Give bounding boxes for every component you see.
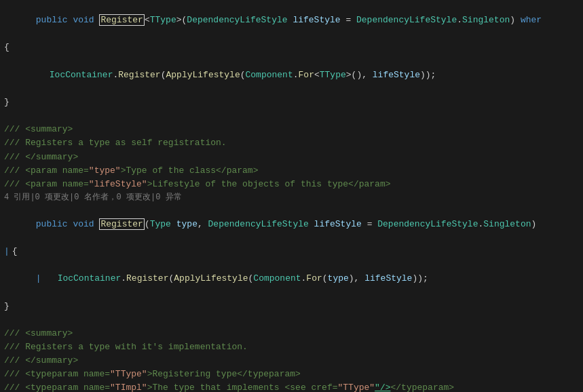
code-line-18: /// </summary>: [0, 354, 583, 368]
code-line-2: {: [0, 41, 583, 54]
code-line-7: /// Registers a type as self registratio…: [0, 136, 583, 150]
code-line-13: |IocContainer.Register(ApplyLifestyle(Co…: [0, 258, 583, 299]
param-type-ref: type: [328, 273, 349, 283]
comment-typeparam-ttype: /// <typeparam name="TType">Registering …: [4, 368, 301, 381]
code-line-6: /// <summary>: [0, 123, 583, 136]
code-line-15: [0, 313, 583, 327]
param-lifestyle-2: lifeStyle: [314, 219, 362, 229]
param-lifestyle-ref-1: lifeStyle: [373, 70, 420, 80]
code-line-16: /// <summary>: [0, 327, 583, 340]
type-component-2: Component: [253, 273, 301, 283]
code-line-1: public void Register<TType>(DependencyLi…: [0, 0, 583, 41]
param-lifestyle-ref-2: lifeStyle: [364, 273, 412, 283]
code-line-20: /// <typeparam name="TImpl">The type tha…: [0, 381, 583, 392]
code-line-11: public void Register(Type type, Dependen…: [0, 204, 583, 245]
comment-typeparam-timpl: /// <typeparam name="TImpl">The type tha…: [4, 381, 454, 392]
type-deplifestyle-1: DependencyLifeStyle: [187, 15, 287, 25]
type-deplifestyle-2: DependencyLifeStyle: [208, 219, 309, 229]
code-line-19: /// <typeparam name="TType">Registering …: [0, 368, 583, 381]
type-ttype-for-1: TType: [320, 70, 346, 80]
register-box-2: Register: [99, 218, 144, 230]
code-line-17: /// Registers a type with it's implement…: [0, 340, 583, 354]
method-for-1: For: [299, 70, 314, 80]
method-applylifestyle-2: ApplyLifestyle: [174, 273, 248, 283]
type-ioccontainer-1: IocContainer: [50, 70, 113, 80]
code-line-10: /// <param name="lifeStyle">Lifestyle of…: [0, 178, 583, 191]
comment-summary-open-1: /// <summary>: [4, 123, 73, 136]
type-singleton-2: Singleton: [483, 219, 531, 229]
method-register-call-1: Register: [118, 70, 160, 80]
method-register-call-2: Register: [126, 273, 168, 283]
method-applylifestyle-1: ApplyLifestyle: [166, 70, 240, 80]
type-deplifestyle-ref-1: DependencyLifeStyle: [356, 15, 457, 25]
code-line-4: }: [0, 96, 583, 109]
comment-summary-close-1: /// </summary>: [4, 151, 78, 164]
code-line-3: IocContainer.Register(ApplyLifestyle(Com…: [0, 55, 583, 96]
type-type: Type: [150, 219, 171, 229]
type-component-1: Component: [246, 70, 293, 80]
comment-summary-text-1: /// Registers a type as self registratio…: [4, 136, 227, 150]
code-line-8: /// </summary>: [0, 151, 583, 164]
comment-summary-open-2: /// <summary>: [4, 327, 73, 340]
register-box-1: Register: [99, 14, 144, 26]
code-line-14: }: [0, 300, 583, 313]
type-ttype-1: TType: [150, 15, 176, 25]
comment-summary-text-2: /// Registers a type with it's implement…: [4, 340, 248, 354]
keyword-public: public: [36, 15, 68, 25]
keyword-void-2: void: [73, 219, 94, 229]
code-line-12: |{: [0, 245, 583, 258]
meta-info-line-1: 4 引用|0 项更改|0 名作者，0 项更改|0 异常: [0, 191, 583, 204]
method-register-1: Register: [100, 15, 143, 25]
type-deplifestyle-ref-2: DependencyLifeStyle: [377, 219, 478, 229]
keyword-wher: wher: [521, 15, 542, 25]
code-line-5: [0, 109, 583, 123]
param-type: type: [176, 219, 198, 229]
keyword-void: void: [73, 15, 94, 25]
meta-info-text-1: 4 引用|0 项更改|0 名作者，0 项更改|0 异常: [4, 191, 182, 204]
comment-summary-close-2: /// </summary>: [4, 354, 78, 368]
type-ioccontainer-2: IocContainer: [58, 273, 121, 283]
param-lifestyle-1: lifeStyle: [293, 15, 340, 25]
method-register-2: Register: [100, 219, 143, 229]
code-line-9: /// <param name="type">Type of the class…: [0, 164, 583, 178]
type-singleton-1: Singleton: [462, 15, 510, 25]
code-editor: public void Register<TType>(DependencyLi…: [0, 0, 583, 392]
comment-param-type: /// <param name="type">Type of the class…: [4, 164, 258, 178]
keyword-public-2: public: [36, 219, 68, 229]
method-for-2: For: [306, 273, 322, 283]
comment-param-lifestyle-1: /// <param name="lifeStyle">Lifestyle of…: [4, 178, 391, 191]
